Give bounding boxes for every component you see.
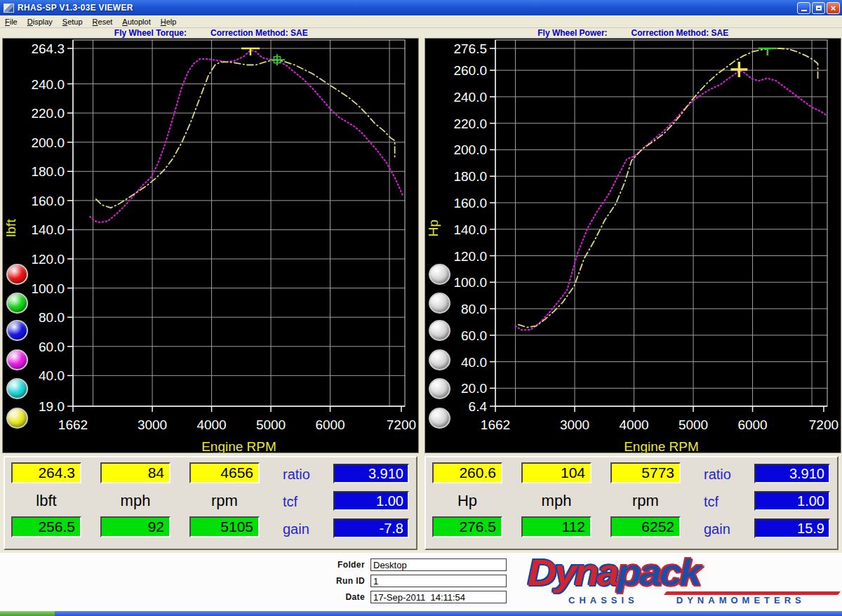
folder-field[interactable] [370,558,507,571]
svg-text:220.0: 220.0 [453,116,487,131]
window-title: RHAS-SP V1.3-03E VIEWER [18,3,796,13]
rpm-unit-label: rpm [609,492,682,510]
date-label: Date [324,592,365,602]
run-select-button-0-0[interactable] [6,264,28,285]
svg-text:3000: 3000 [559,417,589,432]
x-axis-title: Engine RPM [624,439,699,453]
x-tick-labels: 166230004000500060007200 [58,406,416,432]
rpm-unit-label: rpm [188,492,261,510]
speed-cursor2-value: 112 [521,516,592,537]
torque-chart-header: Fly Wheel Torque: Correction Method: SAE [2,28,420,38]
svg-text:3000: 3000 [138,417,167,432]
svg-text:40.0: 40.0 [461,355,487,370]
run-select-button-0-1[interactable] [6,293,28,314]
run-select-button-1-1[interactable] [429,293,450,314]
svg-text:5000: 5000 [678,417,707,432]
svg-text:220.0: 220.0 [31,106,65,121]
logo-caption-chassis: CHASSIS [568,595,639,605]
menu-display[interactable]: Display [22,16,58,27]
run-magenta-torque [90,51,403,222]
logo-text-pack: pack [617,551,700,593]
svg-text:200.0: 200.0 [453,142,487,157]
svg-text:260.0: 260.0 [453,63,487,78]
torque-cursor2-value: 256.5 [11,516,81,537]
menu-bar: File Display Setup Reset Autoplot Help [0,15,842,28]
rpm-cursor2-value: 6252 [610,516,681,537]
x-axis-title: Engine RPM [201,439,276,453]
speed-unit-label: mph [520,492,593,510]
power-unit-label: Hp [431,492,504,510]
speed-cursor2-value: 92 [100,516,171,537]
svg-text:180.0: 180.0 [453,169,487,184]
run-yellow-torque [96,60,395,208]
power-chart-title: Fly Wheel Power: [537,28,607,38]
x-tick-labels: 166230004000500060007200 [480,406,838,432]
svg-text:80.0: 80.0 [39,310,65,325]
menu-setup[interactable]: Setup [58,16,88,27]
y-tick-labels: 276.5260.0240.0220.0200.0180.0160.0140.0… [453,41,495,414]
svg-text:276.5: 276.5 [453,41,487,56]
menu-reset[interactable]: Reset [88,16,118,27]
run-id-field[interactable] [370,575,507,587]
fly-wheel-power-plot[interactable]: 276.5260.0240.0220.0200.0180.0160.0140.0… [425,39,841,453]
torque-chart-title: Fly Wheel Torque: [114,28,187,38]
menu-help[interactable]: Help [156,16,182,27]
run-id-label: Run ID [324,576,365,586]
close-icon: × [831,4,836,13]
run-select-button-1-5[interactable] [429,408,450,429]
svg-text:6000: 6000 [315,417,345,432]
power-chart-header: Fly Wheel Power: Correction Method: SAE [425,28,842,38]
folder-label: Folder [324,560,365,570]
svg-text:240.0: 240.0 [453,90,487,105]
menu-file[interactable]: File [0,16,22,27]
fly-wheel-torque-plot[interactable]: 264.3240.0220.0200.0180.0160.0140.0120.0… [3,39,418,453]
ratio-label: ratio [704,467,750,483]
svg-text:140.0: 140.0 [31,222,65,237]
start-button-edge[interactable] [0,611,55,616]
cursor-marker-0 [241,48,260,55]
menu-autoplot[interactable]: Autoplot [117,16,155,27]
restore-icon [816,6,822,11]
torque-readout-panel: 264.3 84 4656 lbft mph rpm 256.5 92 5105… [4,456,417,550]
power-correction-method: Correction Method: SAE [632,28,729,38]
svg-text:240.0: 240.0 [31,77,65,92]
run-select-button-1-0[interactable] [429,264,450,285]
tcf-value: 1.00 [754,491,830,511]
close-button[interactable]: × [827,2,840,14]
svg-text:1662: 1662 [58,417,88,432]
logo-caption-dynamometers: DYNAMOMETERS [676,595,806,605]
restore-button[interactable] [812,2,825,14]
torque-cursor1-value: 264.3 [11,462,81,483]
gain-value: -7.8 [333,518,409,538]
date-field[interactable] [370,591,507,603]
run-select-button-0-4[interactable] [6,378,28,399]
titlebar: RHAS-SP V1.3-03E VIEWER × [0,0,842,15]
svg-text:7200: 7200 [387,417,416,432]
run-select-button-1-4[interactable] [429,378,450,399]
power-chart: 276.5260.0240.0220.0200.0180.0160.0140.0… [425,38,841,453]
run-select-button-0-3[interactable] [6,349,28,370]
run-magenta-power [515,70,827,330]
horizontal-gridlines [495,48,827,406]
run-select-button-1-3[interactable] [429,349,450,370]
rpm-cursor1-value: 5773 [610,462,681,483]
ratio-value: 3.910 [754,464,830,483]
ratio-value: 3.910 [333,464,409,483]
app-window: RHAS-SP V1.3-03E VIEWER × File Display S… [0,0,842,616]
svg-text:6.4: 6.4 [468,399,487,414]
run-select-button-0-2[interactable] [6,320,28,341]
torque-unit-label: lbft [10,492,83,510]
svg-text:19.0: 19.0 [39,399,65,414]
power-readout-panel: 260.6 104 5773 Hp mph rpm 276.5 112 6252… [425,456,838,550]
run-select-button-0-5[interactable] [6,408,28,429]
taskbar-strip [0,609,842,616]
run-select-button-1-2[interactable] [429,320,450,341]
vertical-gridlines [515,40,811,406]
svg-text:1662: 1662 [480,417,509,432]
minimize-button[interactable] [797,2,810,14]
svg-text:6000: 6000 [737,417,767,432]
minimize-icon [801,6,807,11]
tcf-label: tcf [283,494,329,510]
rpm-cursor1-value: 4656 [189,462,260,483]
svg-text:7200: 7200 [808,417,838,432]
